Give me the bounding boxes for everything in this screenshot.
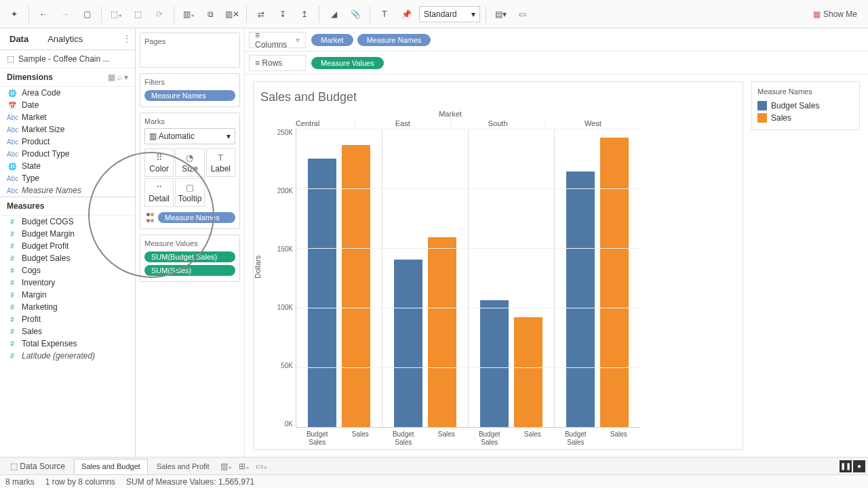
pin-icon[interactable]: 📌 (397, 5, 415, 23)
dimension-area-code[interactable]: 🌐Area Code (0, 87, 135, 99)
save-icon[interactable]: ▢ (78, 5, 96, 23)
highlight-icon[interactable]: ◢ (325, 5, 342, 23)
status-bar: 8 marks 1 row by 8 columns SUM of Measur… (0, 474, 868, 488)
sheet-tabs: ⬚ Data Source Sales and Budget Sales and… (0, 457, 868, 474)
measure-budget-sales[interactable]: #Budget Sales (0, 252, 135, 264)
view-icon[interactable]: ▦ (108, 73, 115, 82)
measure-sales[interactable]: #Sales (0, 325, 135, 338)
measure-cogs[interactable]: #Cogs (0, 264, 135, 277)
x-label: BudgetSales (554, 428, 597, 447)
dimension-product-type[interactable]: AbcProduct Type (0, 148, 135, 160)
show-me-button[interactable]: ▦ Show Me (808, 5, 863, 23)
mark-detail-button[interactable]: ⠒Detail (144, 178, 174, 207)
dimension-product[interactable]: AbcProduct (0, 136, 135, 148)
measure-budget-margin[interactable]: #Budget Margin (0, 228, 135, 240)
dimension-measure-names[interactable]: AbcMeasure Names (0, 184, 135, 197)
measure-marketing[interactable]: #Marketing (0, 301, 135, 313)
pause-updates-icon[interactable]: ⬚ (129, 5, 146, 23)
bar-budget-sales[interactable] (566, 171, 595, 427)
fit-dropdown[interactable]: Standard ▾ (419, 6, 480, 22)
show-cards-icon[interactable]: ▤▾ (492, 5, 509, 23)
tab-sheet-sales-and-budget[interactable]: Sales and Budget (74, 459, 148, 474)
measure-total-expenses[interactable]: #Total Expenses (0, 338, 135, 350)
chart-plot-area[interactable] (296, 129, 640, 428)
bar-budget-sales[interactable] (308, 159, 336, 427)
columns-shelf[interactable]: ≡ Columns ▾ Market Measure Names (245, 28, 868, 52)
legend-swatch (757, 113, 767, 123)
mark-size-button[interactable]: ◔Size (175, 148, 204, 177)
forward-icon[interactable]: → (56, 5, 74, 23)
dimensions-menu-icon[interactable]: ▾ (124, 73, 128, 82)
measure-latitude-generated-[interactable]: #Latitude (generated) (0, 350, 135, 362)
refresh-icon[interactable]: ⟳ (151, 5, 168, 23)
mv-pill-sales[interactable]: SUM(Sales) (144, 265, 235, 276)
measure-budget-cogs[interactable]: #Budget COGS (0, 216, 135, 228)
group-icon[interactable]: 📎 (347, 5, 364, 23)
datasource-row[interactable]: ⬚ Sample - Coffee Chain ... (0, 50, 135, 68)
swap-icon[interactable]: ⇄ (252, 5, 270, 23)
labels-icon[interactable]: T (376, 5, 393, 23)
view-area: ≡ Columns ▾ Market Measure Names ≡ Rows … (244, 28, 868, 457)
category-header: West (546, 118, 640, 129)
back-icon[interactable]: ← (35, 5, 52, 23)
mv-pill-budget-sales[interactable]: SUM(Budget Sales) (144, 251, 235, 262)
filter-pill-measure-names[interactable]: Measure Names (144, 90, 235, 101)
sort-desc-icon[interactable]: ↥ (296, 5, 313, 23)
dimension-type[interactable]: AbcType (0, 172, 135, 184)
filters-shelf[interactable]: Filters Measure Names (140, 73, 240, 107)
tab-analytics[interactable]: Analytics (38, 28, 92, 49)
new-datasource-icon[interactable]: ⬚₊ (107, 5, 125, 23)
bar-sales[interactable] (428, 237, 456, 427)
record-icon[interactable]: ● (853, 460, 865, 472)
mark-color-button[interactable]: ⠿Color (144, 148, 174, 177)
dimension-state[interactable]: 🌐State (0, 160, 135, 172)
new-dashboard-tab-icon[interactable]: ⊞₊ (236, 460, 252, 473)
field-type-icon: Abc (7, 138, 18, 146)
chart-title[interactable]: Sales and Budget (260, 87, 736, 110)
new-worksheet-tab-icon[interactable]: ▥₊ (218, 460, 235, 473)
new-worksheet-icon[interactable]: ▥₊ (180, 5, 197, 23)
dimension-market-size[interactable]: AbcMarket Size (0, 123, 135, 136)
measure-margin[interactable]: #Margin (0, 289, 135, 301)
field-type-icon: # (7, 316, 18, 323)
field-type-icon: Abc (7, 150, 18, 158)
clear-icon[interactable]: ▥✕ (223, 5, 241, 23)
rows-shelf[interactable]: ≡ Rows Measure Values (245, 52, 868, 75)
mark-type-dropdown[interactable]: ▥ Automatic ▾ (144, 128, 235, 144)
datapane-menu-icon[interactable]: ⋮ (119, 28, 135, 49)
mark-label-button[interactable]: TLabel (206, 148, 235, 177)
tab-data[interactable]: Data (0, 28, 38, 49)
bar-budget-sales[interactable] (394, 260, 422, 427)
bar-sales[interactable] (600, 138, 629, 427)
sort-asc-icon[interactable]: ↧ (274, 5, 292, 23)
presentation-icon[interactable]: ▭ (513, 5, 531, 23)
tableau-logo-icon[interactable]: ✦ (5, 5, 23, 23)
legend-item[interactable]: Budget Sales (757, 100, 854, 112)
bar-sales[interactable] (342, 145, 370, 427)
pages-shelf[interactable]: Pages (140, 33, 240, 68)
tab-sheet-sales-and-profit[interactable]: Sales and Profit (149, 459, 217, 474)
bar-sales[interactable] (514, 317, 542, 427)
measure-profit[interactable]: #Profit (0, 313, 135, 325)
measure-budget-profit[interactable]: #Budget Profit (0, 240, 135, 252)
new-story-tab-icon[interactable]: ▭₊ (254, 460, 270, 473)
col-pill-measure-names[interactable]: Measure Names (357, 34, 431, 46)
bar-icon: ▥ (149, 131, 159, 141)
color-legend[interactable]: Measure Names Budget SalesSales (751, 81, 860, 130)
duplicate-icon[interactable]: ⧉ (201, 5, 219, 23)
x-label: Sales (425, 428, 469, 447)
bar-budget-sales[interactable] (480, 300, 509, 427)
legend-item[interactable]: Sales (757, 112, 854, 124)
mark-tooltip-button[interactable]: ▢Tooltip (175, 178, 204, 207)
pause-icon[interactable]: ❚❚ (840, 460, 852, 472)
measure-values-shelf[interactable]: Measure Values SUM(Budget Sales) SUM(Sal… (140, 235, 240, 282)
col-pill-market[interactable]: Market (311, 34, 353, 46)
dimension-market[interactable]: AbcMarket (0, 111, 135, 123)
measure-inventory[interactable]: #Inventory (0, 277, 135, 289)
mark-pill-measure-names[interactable]: Measure Names (158, 212, 235, 223)
dimension-date[interactable]: 📅Date (0, 99, 135, 111)
tab-datasource[interactable]: ⬚ Data Source (3, 458, 73, 474)
search-icon[interactable]: ⌕ (117, 73, 122, 82)
field-type-icon: 🌐 (7, 89, 18, 97)
row-pill-measure-values[interactable]: Measure Values (311, 57, 384, 69)
